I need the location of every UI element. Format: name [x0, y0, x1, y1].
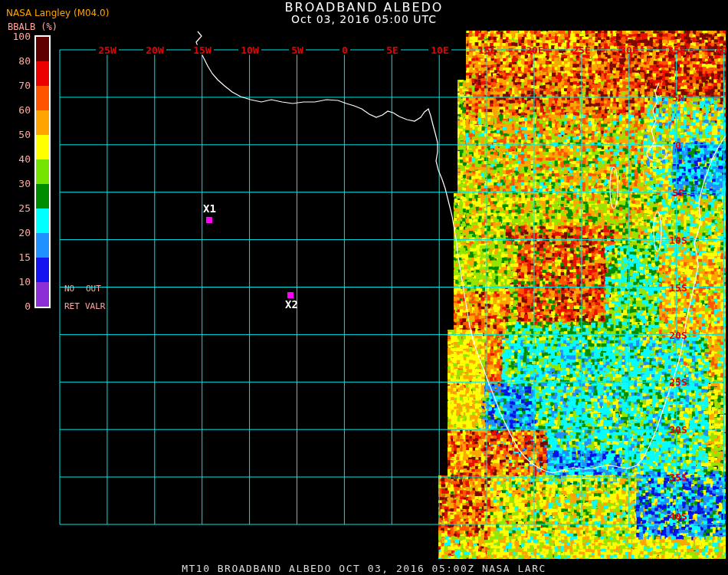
aux-legend-ret: RET — [64, 302, 80, 311]
colorbar-segment — [36, 37, 49, 61]
status-bar: MT10 BROADBAND ALBEDO OCT 03, 2016 05:00… — [0, 563, 728, 574]
colorbar-segment — [36, 258, 49, 282]
credit-label: NASA Langley (M04.0) — [6, 8, 109, 18]
colorbar-tick-label: 60 — [0, 105, 31, 116]
colorbar-segment — [36, 86, 49, 110]
colorbar-tick-label: 25 — [0, 203, 31, 214]
colorbar-tick-label: 80 — [0, 56, 31, 67]
colorbar-tick-label: 15 — [0, 252, 31, 263]
albedo-field-canvas — [0, 0, 728, 575]
colorbar-tick-label: 10 — [0, 277, 31, 288]
colorbar-segment — [36, 110, 49, 135]
colorbar-tick-label: 100 — [0, 31, 31, 42]
colorbar-tick-label: 40 — [0, 154, 31, 165]
colorbar-segment — [36, 159, 49, 184]
colorbar — [34, 35, 51, 308]
colorbar-tick-label: 50 — [0, 130, 31, 140]
aux-legend-no: NO — [64, 284, 74, 294]
title-block: BROADBAND ALBEDO Oct 03, 2016 05:00 UTC — [0, 2, 728, 25]
colorbar-tick-label: 20 — [0, 228, 31, 238]
site-marker-label: X1 — [203, 203, 216, 214]
colorbar-segment — [36, 233, 49, 258]
colorbar-segment — [36, 282, 49, 307]
page-subtitle: Oct 03, 2016 05:00 UTC — [0, 14, 728, 25]
aux-legend-valr: VALR — [85, 302, 106, 311]
colorbar-tick-label: 30 — [0, 179, 31, 189]
colorbar-tick-label: 70 — [0, 80, 31, 91]
colorbar-segment — [36, 61, 49, 86]
screenshot-root: 25W20W15W10W5W05E10E15E20E25E30E35E40E5N… — [0, 0, 728, 575]
status-bar-text: MT10 BROADBAND ALBEDO OCT 03, 2016 05:00… — [182, 563, 546, 574]
site-marker-square — [206, 217, 212, 223]
page-title: BROADBAND ALBEDO — [0, 2, 728, 14]
colorbar-segment — [36, 184, 49, 209]
site-marker-square — [287, 292, 293, 298]
site-marker-label: X2 — [285, 299, 298, 310]
colorbar-tick-label: 0 — [0, 301, 31, 312]
colorbar-segment — [36, 209, 49, 233]
aux-legend-out: OUT — [86, 284, 101, 294]
colorbar-segment — [36, 135, 49, 159]
